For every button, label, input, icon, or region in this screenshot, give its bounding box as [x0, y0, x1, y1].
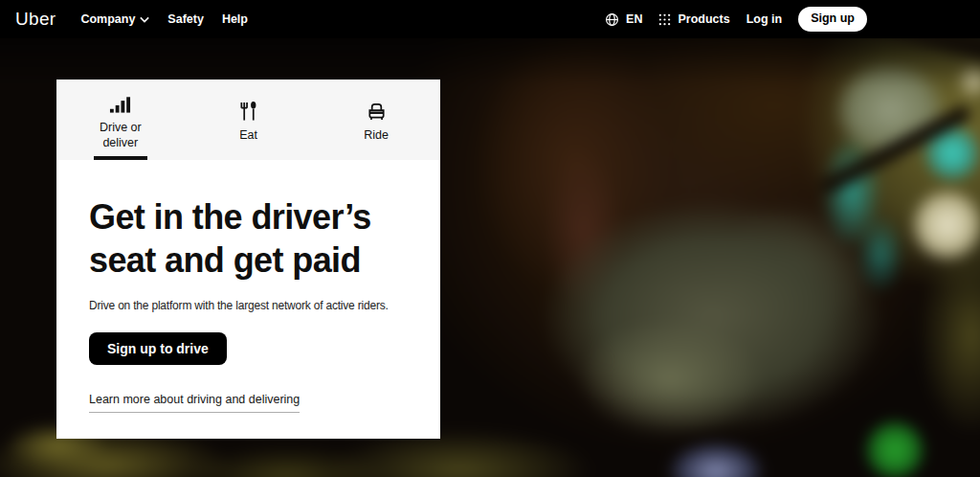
tab-drive-or-deliver[interactable]: Drive or deliver — [56, 80, 185, 160]
signup-button[interactable]: Sign up — [798, 7, 867, 32]
bar-chart-icon — [109, 93, 131, 114]
hero-section: Drive or deliver Eat — [0, 38, 980, 477]
tab-ride[interactable]: Ride — [312, 80, 440, 160]
nav-item-help-label: Help — [222, 12, 248, 26]
login-button[interactable]: Log in — [746, 12, 783, 26]
headline-line-1: Get in the driver’s — [89, 197, 371, 237]
nav-item-safety[interactable]: Safety — [167, 12, 204, 26]
login-label: Log in — [746, 12, 783, 26]
top-nav: Uber Company Safety Help EN — [0, 0, 980, 38]
tab-eat[interactable]: Eat — [185, 80, 313, 160]
hero-card: Drive or deliver Eat — [56, 80, 440, 439]
grid-icon — [658, 13, 671, 26]
headline-line-2: seat and get paid — [89, 240, 361, 280]
tab-label: Drive or deliver — [86, 121, 155, 150]
tab-bar: Drive or deliver Eat — [56, 80, 440, 160]
nav-item-company-label: Company — [80, 12, 135, 26]
learn-more-link[interactable]: Learn more about driving and delivering — [89, 393, 300, 413]
active-tab-underline — [94, 156, 147, 160]
glasses-frame-shape — [747, 38, 980, 66]
language-code: EN — [626, 12, 642, 26]
nav-item-help[interactable]: Help — [222, 12, 248, 26]
chevron-down-icon — [140, 16, 149, 23]
subheadline: Drive on the platform with the largest n… — [89, 299, 408, 312]
products-menu[interactable]: Products — [658, 12, 729, 26]
nav-item-safety-label: Safety — [167, 12, 204, 26]
tab-label: Ride — [364, 128, 389, 144]
glasses-rim-shape — [817, 103, 972, 196]
car-icon — [366, 101, 388, 122]
signup-to-drive-button[interactable]: Sign up to drive — [89, 332, 227, 365]
tab-label: Eat — [239, 128, 257, 144]
primary-nav: Company Safety Help — [80, 12, 248, 26]
language-selector[interactable]: EN — [605, 12, 642, 27]
headline: Get in the driver’s seat and get paid — [89, 195, 408, 282]
products-label: Products — [678, 12, 729, 26]
utensils-icon — [238, 101, 258, 122]
uber-logo[interactable]: Uber — [15, 9, 56, 30]
card-content: Get in the driver’s seat and get paid Dr… — [56, 160, 440, 413]
nav-right-group: EN Products Log in Sign up — [605, 0, 867, 38]
globe-icon — [605, 12, 619, 27]
nav-item-company[interactable]: Company — [80, 12, 149, 26]
